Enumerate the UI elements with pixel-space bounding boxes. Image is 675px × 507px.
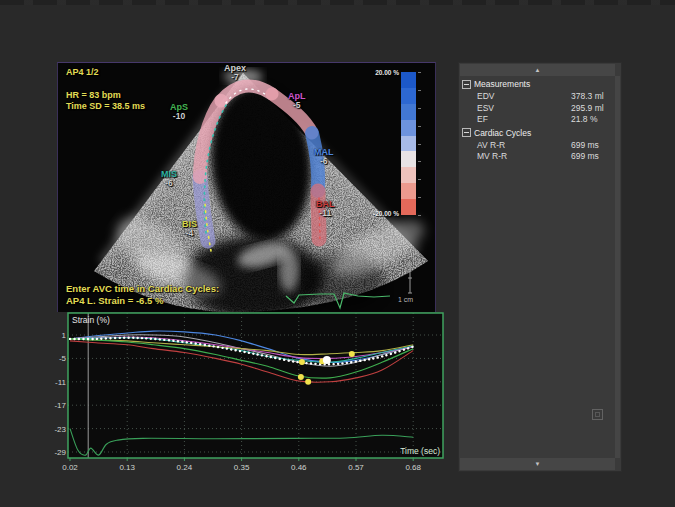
y-tick-label: -17 <box>54 401 66 410</box>
colorbar-segment <box>401 88 416 104</box>
segment-label-mis: MIS-6 <box>161 170 177 188</box>
colorbar-tick <box>418 161 421 162</box>
colorbar-tick <box>418 179 421 180</box>
chart-title: Strain (%) <box>72 315 110 325</box>
measurement-value: 378.3 ml <box>571 91 613 103</box>
x-tick-label: 0.57 <box>348 463 364 472</box>
colorbar-tick <box>418 72 421 73</box>
colorbar-tick <box>418 197 421 198</box>
segment-label-aps: ApS-10 <box>170 103 188 121</box>
scroll-up-button[interactable]: ▲ <box>460 64 615 76</box>
panel-scrollbar[interactable] <box>615 76 620 458</box>
colorbar-segment <box>401 104 416 120</box>
measurement-label: EF <box>461 114 571 126</box>
x-tick-label: 0.35 <box>234 463 250 472</box>
colorbar-segment <box>401 167 416 183</box>
panel-handle-icon[interactable] <box>592 409 603 420</box>
x-tick-label: 0.02 <box>62 463 78 472</box>
collapse-icon[interactable] <box>462 80 471 89</box>
x-axis-label: Time (sec) <box>400 446 440 456</box>
colorbar-tick <box>418 215 421 216</box>
application-window: AP4 1/2 HR = 83 bpm Time SD = 38.5 ms Ap… <box>0 0 675 507</box>
top-toolbar-strip <box>0 0 675 5</box>
measurement-label: EDV <box>461 91 571 103</box>
segment-label-bis: BIS-4 <box>182 220 197 238</box>
x-tick-label: 0.46 <box>291 463 307 472</box>
measurement-label: AV R-R <box>461 140 571 152</box>
measurement-value: 699 ms <box>571 151 613 163</box>
scroll-down-button[interactable]: ▼ <box>460 458 615 470</box>
up-arrow-icon: ▲ <box>535 67 541 73</box>
colorbar-segment <box>401 151 416 167</box>
colorbar-tick <box>418 144 421 145</box>
section-header-measurements[interactable]: Measurements <box>461 77 613 91</box>
heart-rate-readout: HR = 83 bpm <box>66 90 121 101</box>
down-arrow-icon: ▼ <box>535 461 541 467</box>
measurement-value: 295.9 ml <box>571 103 613 115</box>
segment-label-bal: BAL-11 <box>316 200 335 218</box>
y-tick-label: -23 <box>54 425 66 434</box>
y-tick-label: -5 <box>59 354 67 363</box>
colorbar-tick <box>418 108 421 109</box>
segment-label-mal: MAL-6 <box>314 148 334 166</box>
colorbar-segment <box>401 136 416 152</box>
colorbar-segment <box>401 120 416 136</box>
colorbar-segment <box>401 183 416 199</box>
segment-label-apex: Apex-7 <box>224 64 246 82</box>
measurement-row: AV R-R699 ms <box>461 140 613 152</box>
peak-strain-marker[interactable] <box>298 374 304 380</box>
strain-colorbar <box>401 72 416 215</box>
segment-label-apl: ApL-5 <box>288 92 306 110</box>
avc-prompt: Enter AVC time in Cardiac Cycles: <box>66 283 219 294</box>
colorbar-tick <box>418 90 421 91</box>
measurement-row: EDV378.3 ml <box>461 91 613 103</box>
depth-scale-label: 1 cm <box>398 296 413 303</box>
peak-strain-marker[interactable] <box>349 351 355 357</box>
strain-chart[interactable]: 1-5-11-17-23-290.020.130.240.350.460.570… <box>52 310 456 488</box>
colorbar-segment <box>401 72 416 88</box>
selected-peak-marker[interactable] <box>323 356 331 364</box>
section-title: Measurements <box>474 79 530 89</box>
measurement-value: 21.8 % <box>571 114 613 126</box>
section-title: Cardiac Cycles <box>474 128 531 138</box>
x-tick-label: 0.13 <box>119 463 135 472</box>
measurement-label: ESV <box>461 103 571 115</box>
colorbar-segment <box>401 199 416 215</box>
peak-strain-marker[interactable] <box>299 359 305 365</box>
colorbar-tick <box>418 126 421 127</box>
measurement-row: MV R-R699 ms <box>461 151 613 163</box>
measurements-panel: ▲ MeasurementsEDV378.3 mlESV295.9 mlEF21… <box>458 62 622 472</box>
panel-sections: MeasurementsEDV378.3 mlESV295.9 mlEF21.8… <box>461 77 613 163</box>
collapse-icon[interactable] <box>462 128 471 137</box>
x-tick-label: 0.24 <box>177 463 193 472</box>
time-sd-readout: Time SD = 38.5 ms <box>66 101 145 112</box>
ultrasound-view[interactable]: AP4 1/2 HR = 83 bpm Time SD = 38.5 ms Ap… <box>57 62 436 312</box>
global-strain-readout: AP4 L. Strain = -6.5 % <box>66 295 163 306</box>
y-tick-label: -29 <box>54 448 66 457</box>
measurement-row: ESV295.9 ml <box>461 103 613 115</box>
view-label: AP4 1/2 <box>66 67 99 78</box>
measurement-row: EF21.8 % <box>461 114 613 126</box>
colorbar-min-label: -20.00 % <box>373 210 399 217</box>
measurement-value: 699 ms <box>571 140 613 152</box>
y-tick-label: 1 <box>62 331 67 340</box>
section-header-cardiac-cycles[interactable]: Cardiac Cycles <box>461 126 613 140</box>
x-tick-label: 0.68 <box>405 463 421 472</box>
y-tick-label: -11 <box>55 378 67 387</box>
colorbar-max-label: 20.00 % <box>375 69 399 76</box>
measurement-label: MV R-R <box>461 151 571 163</box>
peak-strain-marker[interactable] <box>305 379 311 385</box>
